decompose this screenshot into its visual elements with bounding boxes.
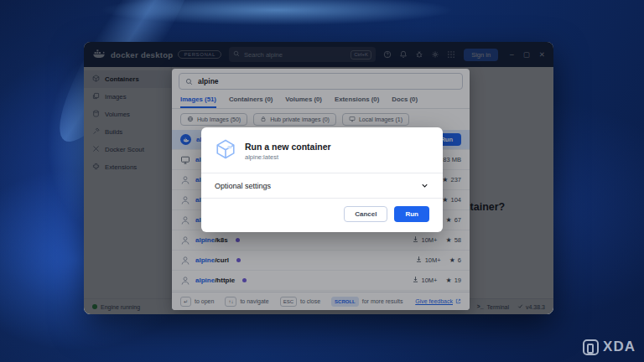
modal-run-button[interactable]: Run — [394, 206, 429, 222]
xda-logo-icon — [583, 339, 599, 355]
modal-image-tag: alpine:latest — [245, 153, 331, 161]
container-cube-icon — [215, 138, 236, 163]
xda-watermark: XDA — [583, 339, 636, 355]
run-container-modal: Run a new container alpine:latest Option… — [201, 127, 443, 232]
chevron-down-icon — [420, 181, 429, 190]
docker-desktop-window: docker desktop PERSONAL Search alpine Ct… — [84, 42, 553, 314]
modal-title: Run a new container — [245, 142, 331, 152]
xda-logo-text: XDA — [603, 339, 636, 355]
cancel-button[interactable]: Cancel — [344, 206, 387, 222]
optional-settings-toggle[interactable]: Optional settings — [201, 173, 443, 198]
